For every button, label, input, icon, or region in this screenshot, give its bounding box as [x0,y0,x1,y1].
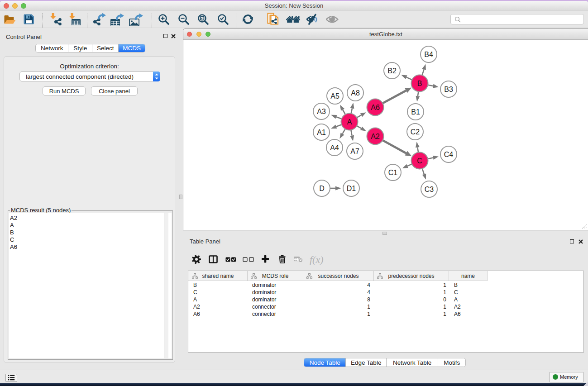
svg-text:A: A [347,118,352,126]
svg-text:A2: A2 [371,133,380,140]
svg-text:A1: A1 [317,129,326,136]
svg-text:A6: A6 [371,104,380,111]
svg-text:A5: A5 [330,92,339,100]
svg-text:B2: B2 [387,67,397,75]
svg-text:C1: C1 [388,169,398,176]
svg-text:A3: A3 [317,108,326,115]
svg-text:D: D [319,185,325,192]
svg-text:C3: C3 [425,186,434,193]
svg-text:D1: D1 [347,185,356,192]
svg-text:B4: B4 [424,51,433,58]
svg-text:C4: C4 [444,151,454,158]
svg-text:B3: B3 [444,86,453,93]
svg-text:B1: B1 [411,108,420,116]
svg-text:C2: C2 [411,128,420,136]
svg-text:C: C [417,157,422,165]
svg-text:A7: A7 [350,148,359,155]
svg-text:A8: A8 [351,89,360,97]
svg-text:B: B [417,80,422,87]
svg-text:A4: A4 [330,144,339,152]
